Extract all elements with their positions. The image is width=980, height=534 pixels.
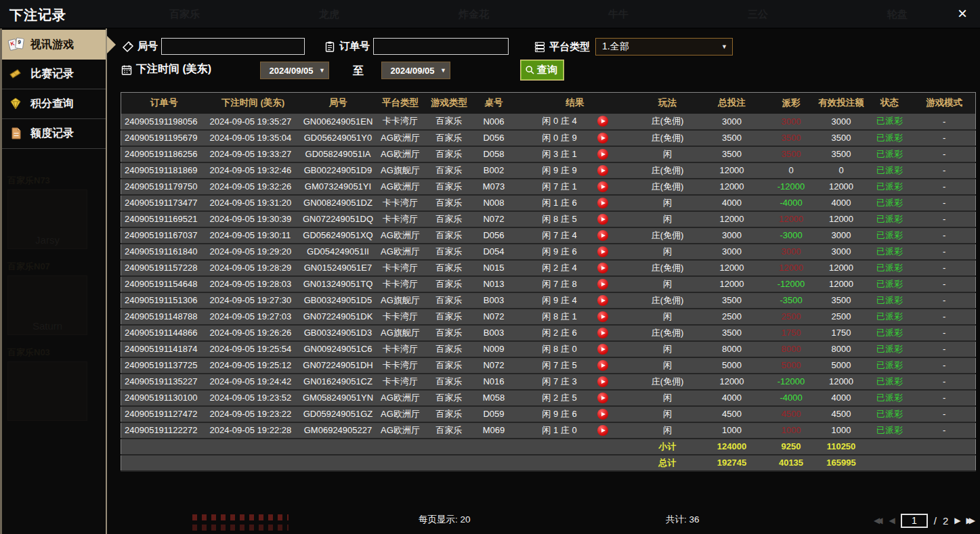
cell-total-bet: 12000	[698, 211, 766, 227]
column-header: 游戏模式	[914, 93, 976, 114]
table-row[interactable]: 240905191161840 2024-09-05 19:29:20 GD05…	[121, 244, 976, 260]
cell-valid-bet: 3000	[817, 244, 866, 260]
sidebar-item-points-query[interactable]: 积分查询	[2, 89, 106, 119]
play-result-icon[interactable]	[597, 181, 608, 192]
cell-bet-time: 2024-09-05 19:30:11	[207, 227, 299, 244]
table-row[interactable]: 240905191179750 2024-09-05 19:32:26 GM07…	[121, 179, 976, 195]
search-button[interactable]: 查询	[520, 60, 564, 81]
table-row[interactable]: 240905191151306 2024-09-05 19:27:30 GB00…	[121, 292, 976, 309]
sidebar-item-match-records[interactable]: 比赛记录	[2, 60, 106, 89]
cell-status: 已派彩	[866, 357, 914, 374]
table-row[interactable]: 240905191157228 2024-09-05 19:28:29 GN01…	[121, 260, 976, 276]
round-number-input[interactable]	[161, 38, 305, 55]
play-result-icon[interactable]	[597, 344, 608, 355]
play-result-icon[interactable]	[597, 133, 608, 143]
play-result-icon[interactable]	[597, 149, 608, 160]
cell-table-number: B003	[475, 325, 513, 341]
play-result-icon[interactable]	[597, 263, 608, 273]
table-row[interactable]: 240905191135227 2024-09-05 19:24:42 GN01…	[121, 374, 976, 390]
play-result-icon[interactable]	[597, 425, 608, 436]
first-page-icon[interactable]: ◀◀	[874, 511, 882, 530]
play-result-icon[interactable]	[597, 246, 608, 257]
cell-payout: -12000	[766, 276, 817, 292]
close-icon[interactable]: ×	[953, 3, 972, 24]
table-row[interactable]: 240905191137725 2024-09-05 19:25:12 GN07…	[121, 357, 976, 374]
table-row[interactable]: 240905191127472 2024-09-05 19:23:22 GD05…	[121, 406, 976, 422]
background-lobby-remnants: 百家乐N73Jarsy百家乐N07Saturn百家乐N03	[7, 175, 106, 421]
table-row[interactable]: 240905191186256 2024-09-05 19:33:27 GD05…	[121, 146, 976, 162]
play-result-icon[interactable]	[597, 311, 608, 322]
cell-result: 闲 1 庄 0	[513, 422, 637, 439]
result-text: 闲 8 庄 1	[542, 311, 576, 323]
cell-total-bet: 3500	[698, 325, 766, 341]
subtotal-payout: 9250	[766, 439, 817, 455]
cell-order-number: 240905191186256	[121, 146, 207, 162]
play-result-icon[interactable]	[597, 116, 608, 127]
sidebar-item-video-games[interactable]: K 9 视讯游戏	[2, 30, 106, 60]
sidebar-item-quota-records[interactable]: 额度记录	[2, 119, 106, 149]
cell-round-number: GN013249051TQ	[299, 276, 377, 292]
table-row[interactable]: 240905191154648 2024-09-05 19:28:03 GN01…	[121, 276, 976, 292]
cell-game-type: 百家乐	[424, 406, 475, 422]
cell-game-type: 百家乐	[424, 390, 475, 406]
date-to-select[interactable]: 2024/09/05	[381, 62, 450, 79]
cell-status: 已派彩	[866, 390, 914, 406]
page-number-input[interactable]	[901, 514, 928, 528]
cell-bet-time: 2024-09-05 19:23:52	[207, 390, 299, 406]
cell-order-number: 240905191137725	[121, 357, 207, 374]
cell-order-number: 240905191135227	[121, 374, 207, 390]
cell-total-bet: 12000	[698, 162, 766, 179]
total-label: 总计	[637, 455, 698, 471]
cell-game-mode: -	[914, 130, 976, 146]
cell-valid-bet: 3000	[817, 227, 866, 244]
table-row[interactable]: 240905191167037 2024-09-05 19:30:11 GD05…	[121, 227, 976, 244]
cell-round-number: GM06924905227	[299, 422, 377, 439]
play-result-icon[interactable]	[597, 214, 608, 225]
table-row[interactable]: 240905191148788 2024-09-05 19:27:03 GN07…	[121, 309, 976, 325]
play-result-icon[interactable]	[597, 360, 608, 371]
platform-type-select[interactable]: 1.全部	[595, 38, 733, 55]
table-row[interactable]: 240905191173477 2024-09-05 19:31:20 GN00…	[121, 195, 976, 211]
last-page-icon[interactable]: ▶▶	[966, 511, 975, 530]
play-result-icon[interactable]	[597, 165, 608, 176]
cell-status: 已派彩	[866, 309, 914, 325]
table-row[interactable]: 240905191130100 2024-09-05 19:23:52 GM05…	[121, 390, 976, 406]
cell-result: 闲 1 庄 6	[513, 195, 637, 211]
cell-table-number: M069	[475, 422, 513, 439]
cell-total-bet: 3000	[698, 114, 766, 130]
table-row[interactable]: 240905191169521 2024-09-05 19:30:39 GN07…	[121, 211, 976, 227]
table-row[interactable]: 240905191195679 2024-09-05 19:35:04 GD05…	[121, 130, 976, 146]
cell-payout: 1750	[766, 325, 817, 341]
play-result-icon[interactable]	[597, 230, 608, 241]
cell-result: 闲 9 庄 6	[513, 244, 637, 260]
table-row[interactable]: 240905191181869 2024-09-05 19:32:46 GB00…	[121, 162, 976, 179]
play-result-icon[interactable]	[597, 279, 608, 290]
date-from-select[interactable]: 2024/09/05	[260, 62, 329, 79]
play-result-icon[interactable]	[597, 409, 608, 420]
table-row[interactable]: 240905191122272 2024-09-05 19:22:28 GM06…	[121, 422, 976, 439]
play-result-icon[interactable]	[597, 198, 608, 208]
result-text: 闲 9 庄 9	[542, 164, 576, 177]
cell-game-type: 百家乐	[424, 146, 475, 162]
cell-payout: -3500	[766, 292, 817, 309]
cell-bet-time: 2024-09-05 19:23:22	[207, 406, 299, 422]
cell-bet-time: 2024-09-05 19:33:27	[207, 146, 299, 162]
play-result-icon[interactable]	[597, 376, 608, 387]
cell-result: 闲 2 庄 5	[513, 390, 637, 406]
prev-page-icon[interactable]: ◀	[889, 511, 895, 530]
table-row[interactable]: 240905191198056 2024-09-05 19:35:27 GN00…	[121, 114, 976, 130]
play-result-icon[interactable]	[597, 295, 608, 306]
title-bar: 下注记录 百家乐龙虎炸金花牛牛三公轮盘 ×	[0, 0, 980, 28]
cell-bet-time: 2024-09-05 19:29:20	[207, 244, 299, 260]
next-page-icon[interactable]: ▶	[954, 511, 960, 530]
play-result-icon[interactable]	[597, 328, 608, 338]
cell-total-bet: 3500	[698, 146, 766, 162]
order-number-input[interactable]	[373, 38, 509, 55]
table-row[interactable]: 240905191141874 2024-09-05 19:25:54 GN00…	[121, 341, 976, 357]
cell-game-mode: -	[914, 162, 976, 179]
table-row[interactable]: 240905191144866 2024-09-05 19:26:26 GB00…	[121, 325, 976, 341]
cell-play-type: 闲	[637, 276, 698, 292]
cell-table-number: M073	[475, 179, 513, 195]
result-text: 闲 2 庄 5	[542, 392, 576, 404]
play-result-icon[interactable]	[597, 393, 608, 403]
